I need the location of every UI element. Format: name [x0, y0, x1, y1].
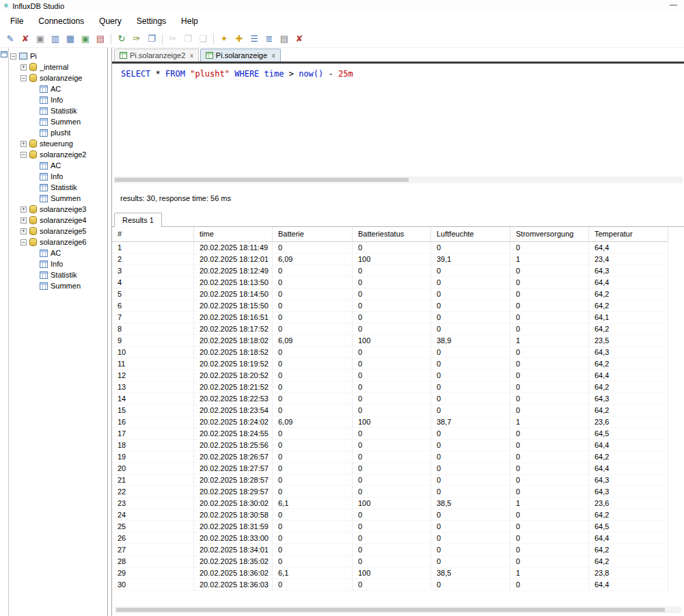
tree-node-steuerung[interactable]: +steuerung: [9, 138, 107, 149]
tab-close-icon[interactable]: x: [190, 52, 193, 59]
table-row[interactable]: 2120.02.2025 18:28:57000064,3: [112, 474, 684, 486]
add-connection-icon[interactable]: ✚: [232, 32, 247, 46]
table-row[interactable]: 1220.02.2025 18:20:52000064,4: [112, 370, 684, 381]
tree-node-ac[interactable]: AC: [9, 83, 107, 94]
menu-settings[interactable]: Settings: [129, 14, 174, 29]
tree-node-solaranzeige2[interactable]: −solaranzeige2: [9, 149, 107, 160]
refresh-icon[interactable]: ↻: [114, 32, 129, 46]
table-row[interactable]: 1920.02.2025 18:26:57000064,2: [112, 451, 684, 463]
docked-panel-icon[interactable]: [1, 51, 8, 57]
panel-splitter[interactable]: [107, 48, 112, 616]
minus-expander-icon[interactable]: −: [10, 53, 16, 59]
plus-expander-icon[interactable]: +: [20, 217, 27, 224]
cut-icon[interactable]: ✂: [165, 32, 180, 46]
column-header-temperatur[interactable]: Temperatur: [589, 227, 668, 242]
table-row[interactable]: 2020.02.2025 18:27:57000064,4: [112, 463, 684, 474]
table-row[interactable]: 420.02.2025 18:13:50000064,4: [112, 277, 684, 289]
database-icon[interactable]: ▣: [33, 32, 48, 46]
paste-icon[interactable]: ❏: [195, 32, 210, 46]
tree-node-pi[interactable]: −Pi: [9, 51, 107, 62]
clear-log-icon[interactable]: ✘: [292, 32, 307, 46]
tree-node-solaranzeige4[interactable]: +solaranzeige4: [9, 215, 107, 226]
tree-node-statistik[interactable]: Statistik: [9, 182, 107, 193]
plus-expander-icon[interactable]: +: [20, 141, 27, 147]
table-row[interactable]: 2620.02.2025 18:33:00000064,4: [112, 533, 684, 544]
tree-node-summen[interactable]: Summen: [9, 116, 107, 127]
key-icon[interactable]: ✦: [217, 32, 232, 46]
table-row[interactable]: 520.02.2025 18:14:50000064,2: [112, 289, 684, 300]
table-row[interactable]: 2320.02.2025 18:30:026,110038,5123,6: [112, 498, 684, 509]
menu-query[interactable]: Query: [92, 14, 129, 29]
menu-file[interactable]: File: [3, 14, 31, 29]
plus-expander-icon[interactable]: +: [20, 64, 27, 70]
table-row[interactable]: 1720.02.2025 18:24:55000064,5: [112, 428, 684, 440]
table-row[interactable]: 620.02.2025 18:15:50000064,2: [112, 300, 684, 312]
minimize-button[interactable]: —: [670, 0, 677, 8]
column-header-batterie[interactable]: Batterie: [273, 227, 353, 242]
minus-expander-icon[interactable]: −: [20, 75, 27, 81]
editor-hscrollbar-thumb[interactable]: [115, 178, 409, 182]
tree-node-solaranzeige3[interactable]: +solaranzeige3: [9, 204, 107, 215]
tree-node-info[interactable]: Info: [9, 258, 107, 269]
tree-node-summen[interactable]: Summen: [9, 193, 107, 204]
tree-node-plusht[interactable]: plusht: [9, 127, 107, 138]
table-row[interactable]: 920.02.2025 18:18:026,0910038,9123,5: [112, 335, 684, 347]
close-query-icon[interactable]: ✘: [18, 32, 33, 46]
tab-pi-solaranzeige[interactable]: Pi.solaranzeigex: [200, 49, 281, 62]
table-row[interactable]: 1420.02.2025 18:22:53000064,3: [112, 393, 684, 405]
table-row[interactable]: 2420.02.2025 18:30:58000064,2: [112, 509, 684, 521]
run-script-icon[interactable]: ✑: [129, 32, 144, 46]
table-row[interactable]: 2920.02.2025 18:36:026,110038,5123,8: [112, 567, 684, 579]
table-row[interactable]: 1320.02.2025 18:21:52000064,2: [112, 381, 684, 393]
table-row[interactable]: 1020.02.2025 18:18:52000064,3: [112, 347, 684, 358]
column-header-stromversorgung[interactable]: Stromversorgung: [510, 227, 589, 242]
tree-node-statistik[interactable]: Statistik: [9, 105, 107, 116]
tree-node-internal[interactable]: +_internal: [9, 62, 107, 72]
word-wrap-icon[interactable]: ☰: [247, 32, 262, 46]
menu-help[interactable]: Help: [174, 14, 206, 29]
table-row[interactable]: 220.02.2025 18:12:016,0910039,1123,4: [112, 254, 684, 265]
query-editor[interactable]: SELECT * FROM "plusht" WHERE time > now(…: [112, 64, 684, 176]
editor-hscrollbar[interactable]: [113, 176, 683, 183]
table-row[interactable]: 720.02.2025 18:16:51000064,1: [112, 312, 684, 323]
tree-node-summen[interactable]: Summen: [9, 280, 107, 291]
plus-expander-icon[interactable]: +: [20, 206, 27, 213]
plus-expander-icon[interactable]: +: [20, 228, 27, 235]
results-hscrollbar-thumb[interactable]: [116, 608, 665, 612]
table-row[interactable]: 1520.02.2025 18:23:54000064,2: [112, 405, 684, 416]
screenshot-icon[interactable]: ▣: [78, 32, 93, 46]
menu-connections[interactable]: Connections: [31, 14, 92, 29]
tree-node-info[interactable]: Info: [9, 171, 107, 182]
table-row[interactable]: 2820.02.2025 18:35:02000064,2: [112, 556, 684, 567]
column-header-num[interactable]: #: [112, 227, 194, 242]
column-header-batteriestatus[interactable]: Batteriestatus: [353, 227, 431, 242]
tree-node-solaranzeige5[interactable]: +solaranzeige5: [9, 226, 107, 237]
results-hscrollbar[interactable]: [115, 606, 681, 613]
copy-icon[interactable]: ❐: [180, 32, 195, 46]
table-row[interactable]: 2720.02.2025 18:34:01000064,2: [112, 544, 684, 556]
tab-close-icon[interactable]: x: [272, 52, 275, 59]
table-row[interactable]: 1120.02.2025 18:19:52000064,2: [112, 358, 684, 370]
table-row[interactable]: 2520.02.2025 18:31:59000064,5: [112, 521, 684, 533]
tree-node-ac[interactable]: AC: [9, 160, 107, 171]
log-icon[interactable]: ▤: [93, 32, 108, 46]
export-log-icon[interactable]: ▤: [277, 32, 292, 46]
export-icon[interactable]: ❐: [144, 32, 159, 46]
table-row[interactable]: 120.02.2025 18:11:49000064,4: [112, 242, 684, 254]
table-row[interactable]: 820.02.2025 18:17:52000064,2: [112, 323, 684, 335]
tab-pi-solaranzeige2[interactable]: Pi.solaranzeige2x: [114, 49, 199, 62]
results-tab[interactable]: Results 1: [114, 213, 162, 227]
table-row[interactable]: 1620.02.2025 18:24:026,0910038,7123,6: [112, 416, 684, 428]
new-query-icon[interactable]: ✎: [3, 32, 18, 46]
column-header-luftfeuchte[interactable]: Luftfeuchte: [431, 227, 510, 242]
tree-node-ac[interactable]: AC: [9, 247, 107, 258]
minus-expander-icon[interactable]: −: [20, 239, 27, 245]
tree-node-solaranzeige[interactable]: −solaranzeige: [9, 72, 107, 83]
tree-node-statistik[interactable]: Statistik: [9, 269, 107, 280]
table-row[interactable]: 3020.02.2025 18:36:03000064,4: [112, 579, 684, 591]
table-row[interactable]: 2220.02.2025 18:29:57000064,3: [112, 486, 684, 498]
bar-chart-icon[interactable]: ▦: [63, 32, 78, 46]
tree-node-info[interactable]: Info: [9, 94, 107, 105]
table-row[interactable]: 320.02.2025 18:12:49000064,3: [112, 265, 684, 277]
minus-expander-icon[interactable]: −: [20, 152, 27, 158]
